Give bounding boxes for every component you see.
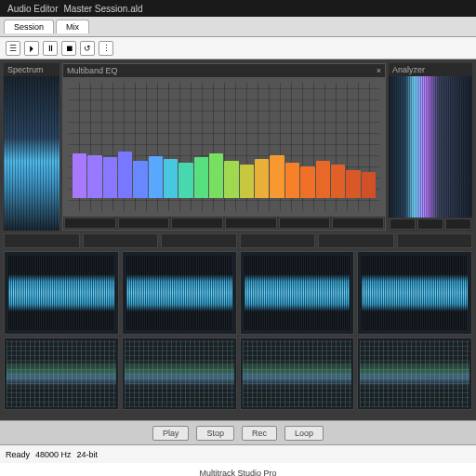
eq-band[interactable] <box>362 172 376 198</box>
waveform-1[interactable] <box>4 251 119 335</box>
eq-header: Multiband EQ× <box>63 64 385 77</box>
eq-band[interactable] <box>331 165 345 198</box>
close-icon[interactable]: × <box>377 66 381 75</box>
eq-band[interactable] <box>73 153 86 198</box>
strip-slot[interactable] <box>161 233 237 248</box>
play-icon[interactable]: ⏵ <box>24 41 39 56</box>
ctrl[interactable] <box>417 218 443 230</box>
strip-slot[interactable] <box>397 233 473 248</box>
eq-knob[interactable] <box>171 218 223 229</box>
left-spectrum-panel: Spectrum <box>4 63 60 231</box>
eq-band[interactable] <box>103 157 117 198</box>
stop-icon[interactable]: ⏹ <box>61 41 76 56</box>
eq-band[interactable] <box>300 166 314 198</box>
tab-bar: Session Mix <box>0 17 476 37</box>
footer: Multitrack Studio Pro <box>0 463 476 476</box>
status-bar: Ready 48000 Hz 24-bit <box>0 444 476 463</box>
eq-band[interactable] <box>133 161 147 198</box>
waveform-3[interactable] <box>240 251 355 335</box>
grid-1[interactable] <box>4 337 119 410</box>
tab-session[interactable]: Session <box>4 20 54 33</box>
menu-icon[interactable]: ☰ <box>6 41 20 56</box>
eq-band[interactable] <box>178 163 192 198</box>
waveform-4[interactable] <box>357 251 472 335</box>
title-bar: Audio Editor Master Session.ald <box>0 0 476 17</box>
strip-slot[interactable] <box>318 233 394 248</box>
eq-band[interactable] <box>224 161 238 198</box>
eq-knob[interactable] <box>64 218 116 229</box>
grid-row <box>4 337 472 410</box>
eq-band[interactable] <box>270 155 284 198</box>
eq-band[interactable] <box>255 159 269 198</box>
status-rate: 48000 Hz <box>35 450 72 459</box>
right-panel-header: Analyzer <box>389 63 472 76</box>
right-analyzer-panel: Analyzer <box>389 63 472 231</box>
eq-knob[interactable] <box>225 218 277 229</box>
eq-knob[interactable] <box>332 218 384 229</box>
eq-band[interactable] <box>316 161 330 198</box>
app-title: Audio Editor <box>7 4 58 14</box>
strip-slot[interactable] <box>83 233 159 248</box>
toolbar: ☰ ⏵ ⏸ ⏹ ↺ ⋮ <box>0 37 476 60</box>
eq-area[interactable] <box>63 77 385 217</box>
loop-button[interactable]: Loop <box>284 426 324 441</box>
status-depth: 24-bit <box>77 450 99 459</box>
play-button[interactable]: Play <box>152 426 190 441</box>
transport-bar: Play Stop Rec Loop <box>0 420 476 444</box>
strip-slot[interactable] <box>4 233 80 248</box>
loop-icon[interactable]: ↺ <box>80 41 95 56</box>
grid-4[interactable] <box>357 337 472 410</box>
spectrum-display-right[interactable] <box>389 76 472 218</box>
mid-strip <box>4 233 472 248</box>
eq-knob[interactable] <box>118 218 170 229</box>
eq-band[interactable] <box>209 153 223 198</box>
waveform-2[interactable] <box>122 251 237 335</box>
upper-panels: Spectrum Multiband EQ× Analyzer <box>4 63 472 231</box>
spectrum-display-left[interactable] <box>4 76 60 231</box>
eq-controls <box>63 217 385 230</box>
strip-slot[interactable] <box>240 233 316 248</box>
eq-band[interactable] <box>240 165 254 198</box>
grid-3[interactable] <box>240 337 355 410</box>
eq-panel: Multiband EQ× <box>62 63 386 231</box>
workspace: Spectrum Multiband EQ× Analyzer <box>0 60 476 420</box>
ctrl[interactable] <box>390 218 416 230</box>
stop-button[interactable]: Stop <box>196 426 234 441</box>
eq-band[interactable] <box>87 155 101 198</box>
status-ready: Ready <box>6 450 30 459</box>
analyzer-controls <box>389 218 472 231</box>
waveform-row <box>4 251 472 335</box>
eq-band[interactable] <box>164 159 178 198</box>
eq-knob[interactable] <box>279 218 331 229</box>
eq-band[interactable] <box>346 170 360 198</box>
ctrl[interactable] <box>445 218 471 230</box>
more-icon[interactable]: ⋮ <box>99 41 113 56</box>
tab-mix[interactable]: Mix <box>56 20 89 33</box>
eq-band[interactable] <box>149 156 163 198</box>
pause-icon[interactable]: ⏸ <box>43 41 58 56</box>
grid-2[interactable] <box>122 337 237 410</box>
eq-band[interactable] <box>194 157 208 198</box>
doc-title: Master Session.ald <box>63 4 142 14</box>
footer-label: Multitrack Studio Pro <box>199 469 276 476</box>
eq-band[interactable] <box>285 163 299 198</box>
eq-band[interactable] <box>118 152 132 198</box>
left-panel-header: Spectrum <box>4 63 60 76</box>
eq-bars[interactable] <box>73 142 376 198</box>
rec-button[interactable]: Rec <box>242 426 277 441</box>
